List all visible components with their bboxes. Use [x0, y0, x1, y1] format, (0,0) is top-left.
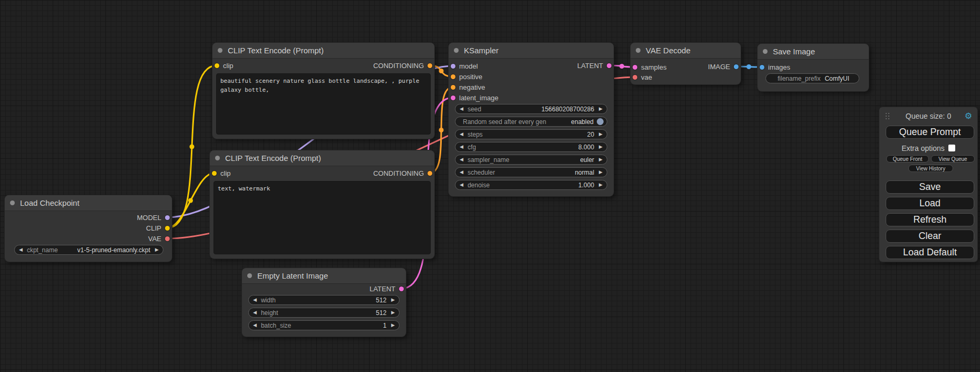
collapse-dot-icon[interactable] — [215, 156, 220, 160]
decrement-arrow-icon[interactable]: ◀ — [460, 107, 463, 111]
conditioning-output-dot[interactable] — [428, 171, 432, 176]
height-widget[interactable]: ◀ height 512 ▶ — [248, 308, 400, 318]
output-slot-vae: VAE — [148, 234, 170, 243]
queue-front-button[interactable]: Queue Front — [886, 155, 929, 163]
decrement-arrow-icon[interactable]: ◀ — [253, 323, 257, 328]
increment-arrow-icon[interactable]: ▶ — [599, 183, 603, 187]
decrement-arrow-icon[interactable]: ◀ — [460, 170, 463, 175]
slot-label: clip — [220, 169, 231, 177]
collapse-dot-icon[interactable] — [636, 48, 641, 53]
clip-output-dot[interactable] — [165, 226, 170, 231]
view-history-button[interactable]: View History — [908, 165, 953, 172]
node-load-checkpoint[interactable]: Load Checkpoint MODEL CLIP VAE ◀ ckpt_na… — [5, 195, 172, 262]
node-title: Load Checkpoint — [20, 198, 80, 207]
widget-label: batch_size — [261, 322, 291, 329]
collapse-dot-icon[interactable] — [247, 273, 252, 278]
denoise-widget[interactable]: ◀ denoise 1.000 ▶ — [455, 180, 607, 190]
increment-arrow-icon[interactable]: ▶ — [599, 157, 603, 162]
node-save-image[interactable]: Save Image images filename_prefix ComfyU… — [758, 44, 869, 91]
increment-arrow-icon[interactable]: ▶ — [599, 107, 603, 111]
view-queue-button[interactable]: View Queue — [931, 155, 975, 163]
toggle-icon[interactable] — [597, 118, 604, 125]
queue-prompt-button[interactable]: Queue Prompt — [886, 126, 974, 139]
clip-input-dot[interactable] — [212, 171, 217, 176]
clip-input-dot[interactable] — [215, 63, 219, 68]
widget-value: euler — [580, 156, 594, 164]
extra-options-checkbox[interactable] — [948, 145, 955, 151]
negative-input-dot[interactable] — [451, 85, 455, 90]
node-ksampler[interactable]: KSampler model positive negative latent_… — [449, 43, 614, 196]
widget-label: steps — [468, 131, 483, 138]
increment-arrow-icon[interactable]: ▶ — [155, 247, 159, 252]
slot-label: VAE — [148, 235, 161, 243]
decrement-arrow-icon[interactable]: ◀ — [253, 310, 257, 315]
steps-widget[interactable]: ◀ steps 20 ▶ — [455, 129, 607, 139]
node-vae-decode[interactable]: VAE Decode samples vae IMAGE — [630, 43, 741, 84]
increment-arrow-icon[interactable]: ▶ — [391, 310, 395, 315]
node-header[interactable]: Load Checkpoint — [5, 195, 172, 211]
gear-icon[interactable]: ⚙ — [965, 111, 972, 121]
latent-image-input-dot[interactable] — [451, 96, 455, 100]
samples-input-dot[interactable] — [633, 65, 637, 70]
node-header[interactable]: Empty Latent Image — [242, 268, 406, 284]
image-output-dot[interactable] — [734, 64, 739, 69]
model-input-dot[interactable] — [451, 64, 455, 69]
link-clip-to-positive-clip — [167, 65, 217, 228]
node-header[interactable]: Save Image — [758, 44, 869, 60]
model-output-dot[interactable] — [165, 215, 170, 220]
input-slot-positive: positive — [451, 72, 482, 81]
seed-widget[interactable]: ◀ seed 156680208700286 ▶ — [455, 104, 607, 114]
widget-label: cfg — [468, 144, 476, 151]
collapse-dot-icon[interactable] — [763, 49, 768, 54]
increment-arrow-icon[interactable]: ▶ — [599, 170, 603, 175]
latent-output-dot[interactable] — [399, 287, 404, 291]
widget-label: filename_prefix — [778, 75, 820, 82]
vae-output-dot[interactable] — [165, 236, 170, 241]
positive-input-dot[interactable] — [451, 74, 455, 79]
increment-arrow-icon[interactable]: ▶ — [391, 298, 395, 302]
increment-arrow-icon[interactable]: ▶ — [391, 323, 395, 328]
conditioning-output-dot[interactable] — [428, 63, 432, 68]
slot-label: CONDITIONING — [373, 62, 424, 70]
collapse-dot-icon[interactable] — [218, 48, 222, 53]
node-clip-text-encode-negative[interactable]: CLIP Text Encode (Prompt) clip CONDITION… — [210, 150, 434, 259]
input-slot-images: images — [760, 62, 790, 72]
node-header[interactable]: CLIP Text Encode (Prompt) — [212, 43, 434, 59]
latent-output-dot[interactable] — [607, 63, 612, 68]
node-header[interactable]: KSampler — [449, 43, 614, 59]
decrement-arrow-icon[interactable]: ◀ — [460, 145, 463, 149]
node-clip-text-encode-positive[interactable]: CLIP Text Encode (Prompt) clip CONDITION… — [212, 43, 434, 139]
load-button[interactable]: Load — [886, 197, 974, 210]
images-input-dot[interactable] — [760, 65, 764, 70]
vae-input-dot[interactable] — [633, 75, 637, 80]
negative-prompt-textarea[interactable]: text, watermark — [214, 181, 431, 254]
node-header[interactable]: CLIP Text Encode (Prompt) — [210, 150, 434, 166]
node-empty-latent-image[interactable]: Empty Latent Image LATENT ◀ width 512 ▶ … — [242, 268, 406, 337]
decrement-arrow-icon[interactable]: ◀ — [460, 157, 463, 162]
filename-prefix-widget[interactable]: filename_prefix ComfyUI — [765, 73, 859, 83]
width-widget[interactable]: ◀ width 512 ▶ — [248, 295, 400, 305]
batch-size-widget[interactable]: ◀ batch_size 1 ▶ — [248, 320, 400, 330]
decrement-arrow-icon[interactable]: ◀ — [19, 247, 23, 252]
decrement-arrow-icon[interactable]: ◀ — [460, 132, 463, 137]
scheduler-widget[interactable]: ◀ scheduler normal ▶ — [455, 167, 607, 177]
collapse-dot-icon[interactable] — [454, 48, 459, 53]
decrement-arrow-icon[interactable]: ◀ — [460, 183, 463, 187]
random-seed-widget[interactable]: Random seed after every gen enabled — [455, 117, 607, 127]
sampler-name-widget[interactable]: ◀ sampler_name euler ▶ — [455, 155, 607, 165]
increment-arrow-icon[interactable]: ▶ — [599, 145, 603, 149]
widget-value: 512 — [376, 309, 386, 317]
load-default-button[interactable]: Load Default — [886, 246, 974, 259]
node-header[interactable]: VAE Decode — [630, 43, 741, 59]
collapse-dot-icon[interactable] — [10, 201, 15, 205]
decrement-arrow-icon[interactable]: ◀ — [253, 298, 257, 302]
widget-value: ComfyUI — [824, 75, 849, 82]
positive-prompt-textarea[interactable]: beautiful scenery nature glass bottle la… — [216, 73, 431, 135]
increment-arrow-icon[interactable]: ▶ — [599, 132, 603, 137]
clear-button[interactable]: Clear — [886, 230, 974, 243]
cfg-widget[interactable]: ◀ cfg 8.000 ▶ — [455, 142, 607, 152]
save-button[interactable]: Save — [886, 180, 974, 194]
output-slot-image: IMAGE — [708, 62, 739, 71]
ckpt-name-widget[interactable]: ◀ ckpt_name v1-5-pruned-emaonly.ckpt ▶ — [14, 245, 163, 255]
refresh-button[interactable]: Refresh — [886, 213, 974, 226]
